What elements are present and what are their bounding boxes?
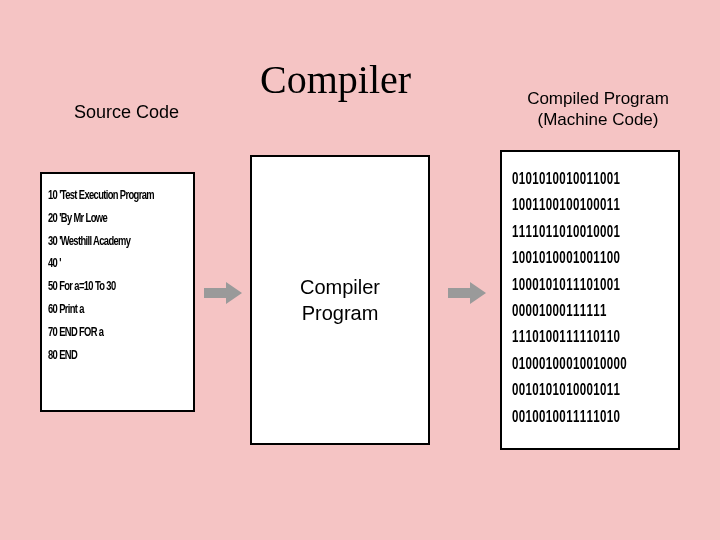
machine-line: 00001000111111 — [512, 298, 624, 324]
machine-line: 1000101011101001 — [512, 272, 624, 298]
machine-line: 0010101010001011 — [512, 377, 624, 403]
source-line: 70 END FOR a — [48, 321, 156, 344]
compiler-box-line2: Program — [302, 302, 379, 324]
machine-line: 1001010001001100 — [512, 245, 624, 271]
diagram-title: Compiler — [260, 56, 411, 103]
machine-line: 1001100100100011 — [512, 192, 624, 218]
machine-line: 0010010011111010 — [512, 404, 624, 430]
source-line: 50 For a=10 To 30 — [48, 275, 156, 298]
machine-line: 1110100111110110 — [512, 324, 624, 350]
arrow-icon — [448, 282, 486, 304]
source-code-box: 10 'Test Execution Program 20 'By Mr Low… — [40, 172, 195, 412]
machine-line: 1111011010010001 — [512, 219, 624, 245]
label-compiled-line1: Compiled Program — [527, 89, 669, 108]
source-line: 10 'Test Execution Program — [48, 184, 156, 207]
source-line: 30 'Westhill Academy — [48, 230, 156, 253]
machine-code-box: 0101010010011001 1001100100100011 111101… — [500, 150, 680, 450]
source-line: 20 'By Mr Lowe — [48, 207, 156, 230]
label-compiled-program: Compiled Program (Machine Code) — [518, 88, 678, 131]
svg-marker-0 — [204, 282, 242, 304]
source-line: 80 END — [48, 344, 156, 367]
compiler-box: Compiler Program — [250, 155, 430, 445]
source-line: 60 Print a — [48, 298, 156, 321]
machine-line: 0101010010011001 — [512, 166, 624, 192]
label-source-code: Source Code — [74, 102, 179, 123]
svg-marker-1 — [448, 282, 486, 304]
compiler-box-line1: Compiler — [300, 276, 380, 298]
arrow-icon — [204, 282, 242, 304]
source-line: 40 ' — [48, 252, 156, 275]
label-compiled-line2: (Machine Code) — [538, 110, 659, 129]
machine-line: 01000100010010000 — [512, 351, 624, 377]
